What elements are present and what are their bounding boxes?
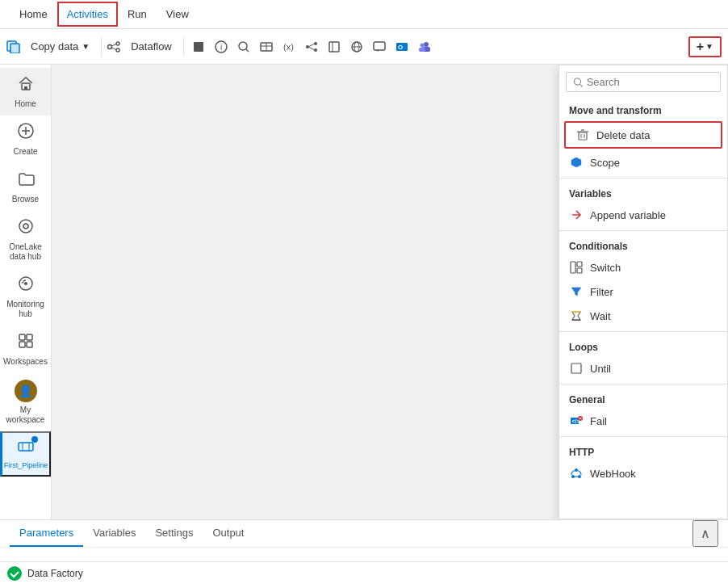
tab-view[interactable]: View bbox=[157, 3, 199, 25]
collapse-panel-button[interactable]: ∧ bbox=[692, 520, 718, 547]
svg-rect-57 bbox=[571, 262, 575, 273]
avatar: 👤 bbox=[15, 380, 37, 402]
divider-5 bbox=[559, 436, 727, 437]
delete-data-highlight-border: Delete data bbox=[564, 121, 722, 149]
menu-item-switch[interactable]: Switch bbox=[559, 255, 727, 279]
sidebar-item-monitoring-label: Monitoring hub bbox=[3, 300, 48, 319]
dataflow-button[interactable]: Dataflow bbox=[124, 37, 178, 56]
sidebar-item-workspaces[interactable]: Workspaces bbox=[0, 326, 51, 373]
svg-rect-21 bbox=[329, 42, 339, 52]
search-input[interactable] bbox=[587, 76, 713, 88]
toolbar-square-icon-btn[interactable] bbox=[189, 37, 208, 57]
filter-icon bbox=[569, 284, 584, 299]
svg-point-70 bbox=[7, 566, 22, 581]
divider-3 bbox=[559, 331, 727, 332]
svg-line-20 bbox=[309, 47, 314, 49]
sidebar-item-my-workspace[interactable]: 👤 My workspace bbox=[0, 373, 51, 431]
sidebar-item-create[interactable]: Create bbox=[0, 116, 51, 163]
svg-line-6 bbox=[112, 48, 117, 50]
tab-variables[interactable]: Variables bbox=[83, 520, 145, 547]
sidebar-item-home[interactable]: Home bbox=[0, 68, 51, 116]
data-factory-label: Data Factory bbox=[27, 568, 83, 579]
sidebar-item-browse[interactable]: Browse bbox=[0, 163, 51, 211]
sidebar-item-create-label: Create bbox=[13, 147, 37, 157]
bracket-icon bbox=[328, 40, 341, 53]
toolbar-chat-icon-btn[interactable] bbox=[370, 37, 389, 57]
menu-item-delete-data[interactable]: Delete data bbox=[566, 123, 721, 147]
toolbar-teams-icon-btn[interactable] bbox=[415, 37, 434, 57]
svg-line-19 bbox=[309, 44, 314, 46]
outlook-icon: O bbox=[395, 40, 408, 53]
until-icon bbox=[569, 361, 584, 376]
menu-item-wait[interactable]: Wait bbox=[559, 304, 727, 328]
menu-item-append-variable[interactable]: Append variable bbox=[559, 203, 727, 227]
table-icon bbox=[260, 40, 273, 53]
info-icon: i bbox=[215, 40, 228, 53]
svg-point-68 bbox=[575, 468, 578, 472]
tab-run[interactable]: Run bbox=[118, 3, 157, 25]
svg-point-16 bbox=[306, 45, 309, 48]
teams-icon bbox=[418, 40, 431, 53]
sidebar-item-workspaces-label: Workspaces bbox=[3, 357, 48, 367]
square-icon bbox=[192, 40, 205, 53]
tabs-spacer bbox=[253, 520, 692, 547]
toolbar-search-icon-btn[interactable] bbox=[234, 37, 253, 57]
svg-marker-27 bbox=[376, 50, 379, 52]
sidebar-item-first-pipeline[interactable]: First_Pipeline bbox=[0, 431, 51, 477]
svg-rect-61 bbox=[572, 320, 580, 321]
menu-item-webhook[interactable]: WebHook bbox=[559, 461, 727, 485]
sidebar-item-onelake[interactable]: OneLake data hub bbox=[0, 211, 51, 268]
svg-rect-47 bbox=[19, 443, 33, 451]
sidebar-item-first-pipeline-label: First_Pipeline bbox=[4, 461, 48, 470]
separator-1 bbox=[101, 37, 102, 57]
toolbar-globe-icon-btn[interactable] bbox=[347, 37, 366, 57]
svg-rect-62 bbox=[571, 363, 581, 373]
dataflow-icon bbox=[107, 40, 121, 53]
svg-rect-52 bbox=[579, 132, 587, 140]
toolbar-flow-icon-btn[interactable] bbox=[302, 37, 321, 57]
sidebar-item-monitoring[interactable]: Monitoring hub bbox=[0, 268, 51, 326]
toolbar-info-icon-btn[interactable]: i bbox=[211, 37, 231, 57]
sidebar-item-my-workspace-label: My workspace bbox=[3, 405, 48, 425]
svg-point-39 bbox=[19, 220, 32, 233]
search-icon bbox=[237, 40, 250, 53]
svg-rect-26 bbox=[374, 42, 385, 50]
tab-home[interactable]: Home bbox=[10, 3, 57, 25]
pipeline-active-dot bbox=[31, 436, 38, 443]
svg-point-10 bbox=[239, 42, 247, 50]
svg-point-42 bbox=[24, 282, 27, 285]
bottom-panel: Parameters Variables Settings Output ∧ bbox=[0, 519, 728, 561]
toolbar-table-icon-btn[interactable] bbox=[257, 37, 276, 57]
toolbar-outlook-icon-btn[interactable]: O bbox=[392, 37, 412, 57]
toolbar-code-icon-btn[interactable]: (x) bbox=[279, 37, 299, 57]
data-factory-logo: Data Factory bbox=[6, 565, 83, 582]
svg-point-50 bbox=[574, 78, 580, 85]
svg-rect-35 bbox=[24, 86, 27, 90]
sidebar-item-onelake-label: OneLake data hub bbox=[3, 242, 48, 262]
svg-text:O: O bbox=[398, 44, 403, 51]
menu-item-filter[interactable]: Filter bbox=[559, 279, 727, 304]
copy-data-button[interactable]: Copy data ▼ bbox=[24, 37, 96, 56]
search-icon bbox=[573, 77, 584, 88]
svg-rect-43 bbox=[19, 334, 25, 340]
tab-output[interactable]: Output bbox=[203, 520, 253, 547]
wait-icon bbox=[569, 309, 584, 323]
chat-icon bbox=[373, 40, 386, 53]
toolbar-bracket-icon-btn[interactable] bbox=[324, 37, 344, 57]
globe-icon bbox=[350, 40, 363, 53]
copy-data-icon bbox=[6, 40, 21, 53]
add-activity-button[interactable]: + ▼ bbox=[688, 36, 722, 57]
svg-rect-1 bbox=[10, 44, 19, 53]
section-conditionals: Conditionals bbox=[559, 234, 727, 255]
tab-activities[interactable]: Activities bbox=[57, 2, 118, 27]
svg-text:(x): (x) bbox=[283, 42, 294, 52]
menu-item-until[interactable]: Until bbox=[559, 356, 727, 380]
code-icon: (x) bbox=[282, 40, 295, 53]
tab-parameters[interactable]: Parameters bbox=[10, 520, 83, 547]
menu-item-scope[interactable]: Scope bbox=[559, 150, 727, 174]
svg-point-32 bbox=[420, 43, 424, 47]
sidebar-item-browse-label: Browse bbox=[12, 195, 39, 204]
svg-point-67 bbox=[571, 475, 575, 478]
tab-settings[interactable]: Settings bbox=[145, 520, 203, 547]
menu-item-fail[interactable]: </> Fail bbox=[559, 409, 727, 433]
